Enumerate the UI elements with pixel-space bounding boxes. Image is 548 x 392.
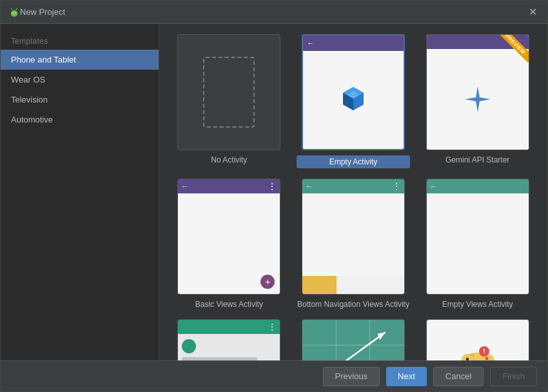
svg-point-24 xyxy=(485,357,488,360)
no-activity-preview xyxy=(177,34,280,150)
empty-activity-preview: ← xyxy=(302,34,405,150)
previous-button[interactable]: Previous xyxy=(323,367,380,386)
title-bar: New Project ✕ xyxy=(1,1,547,24)
content-area: Templates Phone and Tablet Wear OS Telev… xyxy=(1,24,547,360)
maps-preview xyxy=(302,319,405,360)
template-card-empty-activity[interactable]: ← xyxy=(297,34,411,168)
template-grid: No Activity ← xyxy=(159,24,547,360)
bottom-nav-preview: ← ⋮ xyxy=(302,179,405,295)
template-card-no-activity[interactable]: No Activity xyxy=(172,34,286,168)
phone-body xyxy=(303,51,404,149)
basic-views-preview: ← ⋮ + xyxy=(177,179,280,295)
bv-topbar: ← ⋮ xyxy=(178,179,280,193)
gemini-label: Gemini API Starter xyxy=(445,155,509,164)
svg-line-2 xyxy=(12,8,13,10)
phone-topbar: ← xyxy=(303,35,404,51)
template-card-gemini[interactable]: PREVIEW Gemini API Starter xyxy=(420,34,534,168)
gemini-preview: PREVIEW xyxy=(426,34,529,150)
footer: Previous Next Cancel Finish xyxy=(1,360,547,391)
empty-views-preview: ← xyxy=(426,179,529,295)
main-content: No Activity ← xyxy=(159,24,547,360)
template-card-game[interactable]: ! Game Activity xyxy=(420,319,534,360)
template-card-maps[interactable]: Google Maps Activity xyxy=(297,319,411,360)
template-card-empty-views[interactable]: ← Empty Views Activity xyxy=(420,179,534,309)
game-preview: ! xyxy=(426,319,529,360)
template-card-settings[interactable]: ⋮ Settings Activity xyxy=(172,319,286,360)
back-arrow-icon: ← xyxy=(307,39,315,48)
bv-body: + xyxy=(178,193,280,294)
sidebar-item-wear-os[interactable]: Wear OS xyxy=(1,70,159,90)
svg-line-3 xyxy=(16,8,17,10)
dashed-rectangle xyxy=(203,57,255,128)
center-icon xyxy=(339,84,367,115)
cancel-button[interactable]: Cancel xyxy=(433,367,484,386)
sidebar-item-automotive[interactable]: Automotive xyxy=(1,110,159,130)
sidebar-section-label: Templates xyxy=(1,32,159,50)
window-title: New Project xyxy=(20,7,526,17)
sidebar-item-phone-tablet[interactable]: Phone and Tablet xyxy=(1,50,159,70)
preview-badge-wrapper: PREVIEW xyxy=(496,35,529,67)
close-button[interactable]: ✕ xyxy=(526,5,540,19)
sidebar-item-television[interactable]: Television xyxy=(1,90,159,110)
no-activity-label: No Activity xyxy=(211,155,247,164)
finish-button: Finish xyxy=(490,367,537,386)
window: New Project ✕ Templates Phone and Tablet… xyxy=(0,0,548,392)
bottom-nav-label: Bottom Navigation Views Activity xyxy=(297,300,409,309)
next-button[interactable]: Next xyxy=(386,367,427,386)
sidebar: Templates Phone and Tablet Wear OS Telev… xyxy=(1,24,159,360)
empty-activity-label: Empty Activity xyxy=(297,155,411,168)
app-icon xyxy=(8,6,20,18)
svg-point-5 xyxy=(15,12,16,14)
svg-rect-11 xyxy=(302,320,404,360)
template-card-bottom-nav[interactable]: ← ⋮ Bottom Navigation Views Activity xyxy=(297,179,411,309)
svg-point-4 xyxy=(12,12,14,14)
svg-rect-23 xyxy=(466,358,469,361)
template-card-basic-views[interactable]: ← ⋮ + Basic Views Activity xyxy=(172,179,286,309)
bv-fab: + xyxy=(260,275,275,289)
settings-preview: ⋮ xyxy=(177,319,280,360)
svg-rect-1 xyxy=(11,12,17,15)
preview-badge: PREVIEW xyxy=(497,35,529,63)
basic-views-label: Basic Views Activity xyxy=(195,300,263,309)
empty-views-label: Empty Views Activity xyxy=(442,300,513,309)
svg-text:!: ! xyxy=(483,348,485,355)
